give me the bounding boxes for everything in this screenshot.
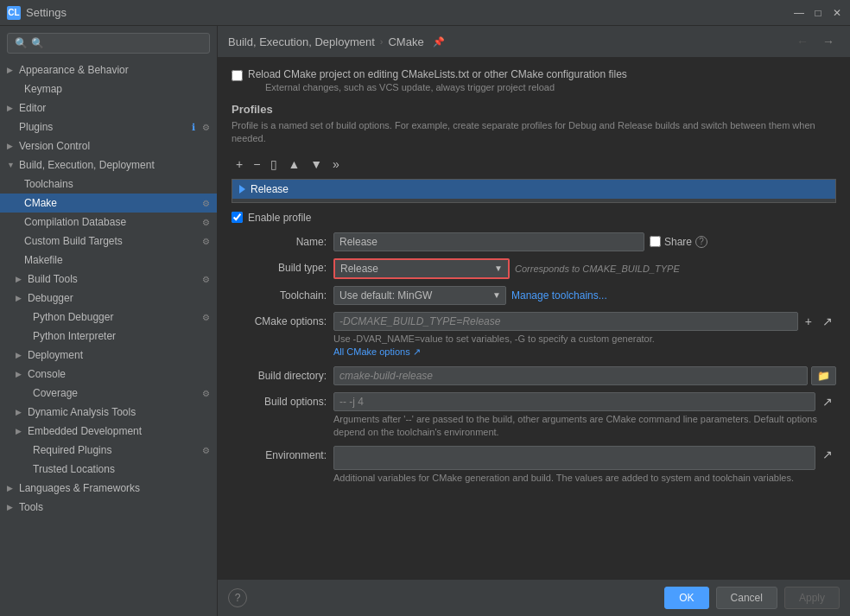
- sidebar-item-tools[interactable]: ▶ Tools: [0, 498, 217, 517]
- sidebar-item-label: Custom Build Targets: [24, 235, 199, 247]
- sidebar-item-compilation-database[interactable]: Compilation Database ⚙: [0, 213, 217, 232]
- settings-icon[interactable]: ⚙: [202, 237, 210, 246]
- sidebar-item-appearance[interactable]: ▶ Appearance & Behavior: [0, 60, 217, 79]
- arrow-expanded-icon: ▼: [7, 161, 16, 169]
- breadcrumb-path2[interactable]: CMake: [388, 35, 423, 48]
- sidebar-item-required-plugins[interactable]: Required Plugins ⚙: [0, 441, 217, 460]
- sidebar-item-label: Build, Execution, Deployment: [19, 159, 210, 171]
- name-field-row: Name: Share ?: [232, 232, 836, 251]
- share-label: Share: [664, 236, 692, 248]
- breadcrumb-path1[interactable]: Build, Execution, Deployment: [228, 35, 375, 48]
- move-down-button[interactable]: ▼: [306, 155, 327, 174]
- apply-button[interactable]: Apply: [784, 587, 840, 609]
- maximize-button[interactable]: □: [812, 7, 824, 19]
- sidebar-list: ▶ Appearance & Behavior Keymap ▶ Editor …: [0, 60, 217, 616]
- minimize-button[interactable]: —: [793, 7, 805, 19]
- name-input[interactable]: [333, 232, 644, 251]
- sidebar-item-python-debugger[interactable]: Python Debugger ⚙: [0, 308, 217, 327]
- build-opts-input-row: ↗: [333, 392, 836, 411]
- sidebar-item-plugins[interactable]: ▶ Plugins ℹ ⚙: [0, 117, 217, 137]
- sidebar-item-languages[interactable]: ▶ Languages & Frameworks: [0, 479, 217, 498]
- environment-label: Environment:: [232, 446, 327, 461]
- manage-toolchains-button[interactable]: Manage toolchains...: [511, 289, 607, 302]
- sidebar-item-label: Toolchains: [24, 178, 210, 190]
- build-dir-row: Build directory: 📁: [232, 366, 836, 385]
- browse-dir-button[interactable]: 📁: [811, 366, 836, 385]
- cmake-hint1: Use -DVAR_NAME=value to set variables, -…: [333, 333, 655, 344]
- share-checkbox-label: Share: [650, 236, 692, 248]
- environment-input[interactable]: [333, 446, 815, 470]
- sidebar-item-build-execution[interactable]: ▼ Build, Execution, Deployment: [0, 156, 217, 175]
- move-up-button[interactable]: ▲: [283, 155, 304, 174]
- reload-checkbox[interactable]: [232, 70, 243, 81]
- sidebar-item-embedded[interactable]: ▶ Embedded Development: [0, 422, 217, 441]
- pin-icon: 📌: [433, 36, 445, 48]
- environment-expand-button[interactable]: ↗: [819, 446, 836, 463]
- build-type-select[interactable]: Release Debug RelWithDebInfo MinSizeRel: [335, 260, 508, 277]
- arrow-icon: ▶: [16, 275, 24, 283]
- breadcrumb-separator: ›: [380, 36, 384, 47]
- settings-icon[interactable]: ⚙: [202, 446, 210, 455]
- remove-profile-button[interactable]: −: [249, 155, 264, 174]
- toolchain-select[interactable]: Use default: MinGW: [333, 286, 506, 305]
- settings-icon[interactable]: ⚙: [202, 275, 210, 284]
- settings-icon[interactable]: ⚙: [202, 389, 210, 398]
- cmake-options-control: + ↗ Use -DVAR_NAME=value to set variable…: [333, 312, 836, 359]
- build-dir-input-row: 📁: [333, 366, 836, 385]
- nav-back-button[interactable]: ←: [791, 33, 814, 50]
- profile-item-release[interactable]: Release: [232, 180, 835, 199]
- more-button[interactable]: »: [328, 155, 344, 174]
- settings-icon[interactable]: ⚙: [202, 123, 210, 132]
- add-profile-button[interactable]: +: [232, 155, 247, 174]
- sidebar-item-toolchains[interactable]: Toolchains: [0, 175, 217, 194]
- sidebar-item-cmake[interactable]: CMake ⚙: [0, 194, 217, 213]
- settings-icon[interactable]: ⚙: [202, 218, 210, 227]
- environment-control: ↗ Additional variables for CMake generat…: [333, 446, 836, 485]
- enable-profile-checkbox[interactable]: [232, 212, 243, 223]
- sidebar-item-label: Tools: [19, 501, 210, 513]
- search-box[interactable]: 🔍: [7, 33, 210, 54]
- sidebar-item-trusted-locations[interactable]: Trusted Locations: [0, 460, 217, 479]
- ok-button[interactable]: OK: [664, 587, 708, 609]
- nav-buttons: ← →: [791, 33, 840, 50]
- cmake-options-link[interactable]: All CMake options ↗: [333, 346, 421, 357]
- cmake-options-label: CMake options:: [232, 312, 327, 327]
- help-button[interactable]: ?: [228, 588, 247, 607]
- nav-forward-button[interactable]: →: [817, 33, 840, 50]
- sidebar-item-label: Build Tools: [28, 273, 199, 285]
- build-dir-input[interactable]: [333, 366, 808, 385]
- settings-icon[interactable]: ⚙: [202, 313, 210, 322]
- help-icon[interactable]: ?: [695, 236, 707, 248]
- bottom-bar: ? OK Cancel Apply: [218, 579, 850, 616]
- sidebar-item-console[interactable]: ▶ Console: [0, 365, 217, 384]
- close-button[interactable]: ✕: [831, 7, 843, 19]
- build-options-expand-button[interactable]: ↗: [819, 393, 836, 410]
- toolchain-select-wrapper: Use default: MinGW ▼: [333, 286, 506, 305]
- sidebar-item-dynamic-analysis[interactable]: ▶ Dynamic Analysis Tools: [0, 403, 217, 422]
- sidebar-item-debugger[interactable]: ▶ Debugger: [0, 289, 217, 308]
- cmake-options-input[interactable]: [333, 312, 798, 331]
- sidebar-item-python-interpreter[interactable]: Python Interpreter: [0, 327, 217, 346]
- sidebar-item-version-control[interactable]: ▶ Version Control: [0, 137, 217, 156]
- share-checkbox[interactable]: [650, 236, 661, 247]
- sidebar-item-deployment[interactable]: ▶ Deployment: [0, 346, 217, 365]
- settings-icon[interactable]: ⚙: [202, 199, 210, 208]
- search-input[interactable]: [31, 37, 202, 49]
- sidebar-item-label: Makefile: [24, 254, 210, 266]
- main-container: 🔍 ▶ Appearance & Behavior Keymap ▶ Edito…: [0, 26, 850, 616]
- title-bar: CL Settings — □ ✕: [0, 0, 850, 26]
- cancel-button[interactable]: Cancel: [716, 587, 777, 609]
- sidebar-item-build-tools[interactable]: ▶ Build Tools ⚙: [0, 270, 217, 289]
- content-area: Build, Execution, Deployment › CMake 📌 ←…: [218, 26, 850, 616]
- copy-profile-button[interactable]: ▯: [266, 155, 282, 174]
- cmake-options-add-button[interactable]: +: [802, 313, 815, 330]
- sidebar-item-makefile[interactable]: Makefile: [0, 251, 217, 270]
- sidebar-item-custom-build-targets[interactable]: Custom Build Targets ⚙: [0, 232, 217, 251]
- sidebar-item-keymap[interactable]: Keymap: [0, 79, 217, 98]
- build-options-input[interactable]: [333, 392, 815, 411]
- sidebar-item-editor[interactable]: ▶ Editor: [0, 98, 217, 117]
- cmake-options-expand-button[interactable]: ↗: [819, 313, 836, 330]
- sidebar-item-coverage[interactable]: Coverage ⚙: [0, 384, 217, 403]
- cmake-options-row: CMake options: + ↗ Use -DVAR_NAME=value …: [232, 312, 836, 359]
- profile-triangle-icon: [239, 185, 245, 194]
